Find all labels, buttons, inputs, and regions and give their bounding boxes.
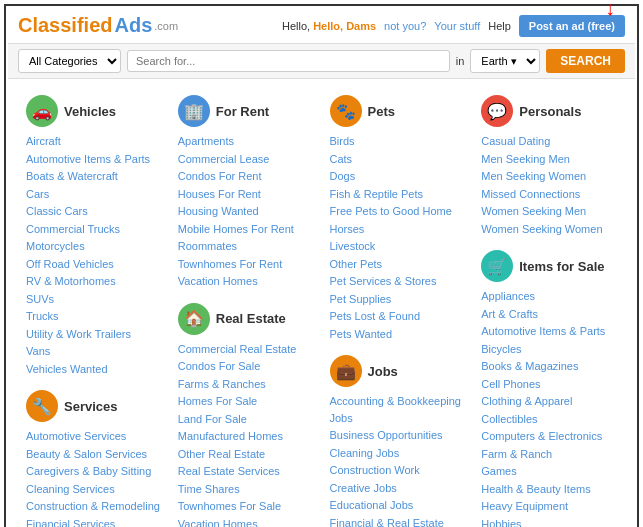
link-cleaning-jobs[interactable]: Cleaning Jobs [330,447,400,459]
link-missed-connections[interactable]: Missed Connections [481,188,580,200]
link-farm-ranch[interactable]: Farm & Ranch [481,448,552,460]
link-auto-items-sale[interactable]: Automotive Items & Parts [481,325,605,337]
link-commercial-trucks[interactable]: Commercial Trucks [26,223,120,235]
link-free-pets[interactable]: Free Pets to Good Home [330,205,452,217]
link-birds[interactable]: Birds [330,135,355,147]
link-pets-lost[interactable]: Pets Lost & Found [330,310,421,322]
link-financial-re-jobs[interactable]: Financial & Real Estate Jobs [330,517,444,528]
pets-icon: 🐾 [330,95,362,127]
link-educational-jobs[interactable]: Educational Jobs [330,499,414,511]
link-cell-phones[interactable]: Cell Phones [481,378,540,390]
link-vacation-homes-rent[interactable]: Vacation Homes [178,275,258,287]
link-re-services[interactable]: Real Estate Services [178,465,280,477]
vehicles-section: 🚗 Vehicles Aircraft Automotive Items & P… [18,89,170,384]
link-townhomes-sale[interactable]: Townhomes For Sale [178,500,281,512]
list-item: Vacation Homes [178,516,314,528]
link-mobile-homes-rent[interactable]: Mobile Homes For Rent [178,223,294,235]
link-heavy-equipment[interactable]: Heavy Equipment [481,500,568,512]
link-women-seeking-men[interactable]: Women Seeking Men [481,205,586,217]
list-item: Health & Beauty Items [481,481,617,498]
jobs-icon: 💼 [330,355,362,387]
link-clothing[interactable]: Clothing & Apparel [481,395,572,407]
link-auto-items[interactable]: Automotive Items & Parts [26,153,150,165]
link-cats[interactable]: Cats [330,153,353,165]
list-item: Livestock [330,238,466,255]
link-games[interactable]: Games [481,465,516,477]
link-women-seeking-women[interactable]: Women Seeking Women [481,223,602,235]
link-computers[interactable]: Computers & Electronics [481,430,602,442]
location-label-in: in [456,55,465,67]
link-auto-services[interactable]: Automotive Services [26,430,126,442]
link-men-seeking-men[interactable]: Men Seeking Men [481,153,570,165]
link-aircraft[interactable]: Aircraft [26,135,61,147]
category-select[interactable]: All Categories [18,49,121,73]
link-utility-trailers[interactable]: Utility & Work Trailers [26,328,131,340]
link-pets-wanted[interactable]: Pets Wanted [330,328,393,340]
link-collectibles[interactable]: Collectibles [481,413,537,425]
link-men-seeking-women[interactable]: Men Seeking Women [481,170,586,182]
link-housing-wanted[interactable]: Housing Wanted [178,205,259,217]
link-construction-work[interactable]: Construction Work [330,464,420,476]
link-business-opps[interactable]: Business Opportunities [330,429,443,441]
link-condos-rent[interactable]: Condos For Rent [178,170,262,182]
link-bicycles[interactable]: Bicycles [481,343,521,355]
not-you-link[interactable]: not you? [384,20,426,32]
main-content: 🚗 Vehicles Aircraft Automotive Items & P… [8,79,635,527]
link-hobbies[interactable]: Hobbies [481,518,521,528]
link-dogs[interactable]: Dogs [330,170,356,182]
link-manufactured-homes[interactable]: Manufactured Homes [178,430,283,442]
link-pet-services[interactable]: Pet Services & Stores [330,275,437,287]
search-input[interactable] [127,50,450,72]
link-beauty[interactable]: Beauty & Salon Services [26,448,147,460]
link-vans[interactable]: Vans [26,345,50,357]
list-item: Townhomes For Rent [178,256,314,273]
link-construction[interactable]: Construction & Remodeling [26,500,160,512]
link-commercial-re[interactable]: Commercial Real Estate [178,343,297,355]
link-livestock[interactable]: Livestock [330,240,376,252]
link-condos-sale[interactable]: Condos For Sale [178,360,261,372]
link-health-beauty[interactable]: Health & Beauty Items [481,483,590,495]
link-classic-cars[interactable]: Classic Cars [26,205,88,217]
link-rv[interactable]: RV & Motorhomes [26,275,116,287]
real-estate-links: Commercial Real Estate Condos For Sale F… [178,341,314,528]
link-time-shares[interactable]: Time Shares [178,483,240,495]
link-motorcycles[interactable]: Motorcycles [26,240,85,252]
search-button[interactable]: SEARCH [546,49,625,73]
link-fish-reptile[interactable]: Fish & Reptile Pets [330,188,424,200]
link-horses[interactable]: Horses [330,223,365,235]
link-books-magazines[interactable]: Books & Magazines [481,360,578,372]
link-creative-jobs[interactable]: Creative Jobs [330,482,397,494]
link-vehicles-wanted[interactable]: Vehicles Wanted [26,363,108,375]
location-select[interactable]: Earth ▾ [470,49,540,73]
link-off-road[interactable]: Off Road Vehicles [26,258,114,270]
list-item: Cats [330,151,466,168]
link-cars[interactable]: Cars [26,188,49,200]
link-commercial-lease[interactable]: Commercial Lease [178,153,270,165]
link-farms-ranches[interactable]: Farms & Ranches [178,378,266,390]
your-stuff-link[interactable]: Your stuff [434,20,480,32]
list-item: Dogs [330,168,466,185]
personals-heading: Personals [519,104,581,119]
link-vacation-homes-sale[interactable]: Vacation Homes [178,518,258,528]
link-suvs[interactable]: SUVs [26,293,54,305]
link-homes-sale[interactable]: Homes For Sale [178,395,257,407]
link-land-sale[interactable]: Land For Sale [178,413,247,425]
link-houses-rent[interactable]: Houses For Rent [178,188,261,200]
link-casual-dating[interactable]: Casual Dating [481,135,550,147]
personals-title: 💬 Personals [481,95,617,127]
link-financial[interactable]: Financial Services [26,518,115,528]
link-accounting-jobs[interactable]: Accounting & Bookkeeping Jobs [330,395,461,424]
link-boats[interactable]: Boats & Watercraft [26,170,118,182]
link-trucks[interactable]: Trucks [26,310,59,322]
link-appliances[interactable]: Appliances [481,290,535,302]
link-other-re[interactable]: Other Real Estate [178,448,265,460]
link-townhomes-rent[interactable]: Townhomes For Rent [178,258,283,270]
real-estate-icon: 🏠 [178,303,210,335]
link-apartments[interactable]: Apartments [178,135,234,147]
link-roommates[interactable]: Roommates [178,240,237,252]
link-caregivers[interactable]: Caregivers & Baby Sitting [26,465,151,477]
link-other-pets[interactable]: Other Pets [330,258,383,270]
link-art-crafts[interactable]: Art & Crafts [481,308,538,320]
link-cleaning[interactable]: Cleaning Services [26,483,115,495]
link-pet-supplies[interactable]: Pet Supplies [330,293,392,305]
